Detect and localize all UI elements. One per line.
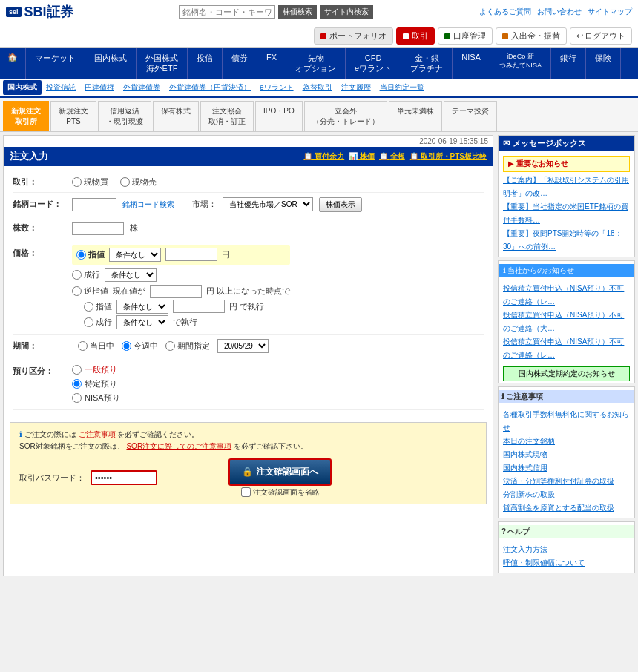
- notice-link2[interactable]: SOR注文に際してのご注意事項: [126, 442, 231, 450]
- chumon-link-0[interactable]: 各種取引手数料無料化に関するお知らせ: [503, 408, 630, 435]
- nav-ideco[interactable]: iDeCo 新 つみたてNISA: [490, 48, 551, 79]
- torihiki-button[interactable]: 取引: [396, 27, 435, 45]
- gyaku-shisuu-inner-label[interactable]: 指値: [84, 301, 112, 312]
- chumon-link-4[interactable]: 決済・分別等権利付付証券の取扱: [503, 475, 630, 488]
- portfolio-button[interactable]: ポートフォリオ: [314, 27, 393, 45]
- tosha-2[interactable]: 投信積立買付申込（NISA預り）不可のご連絡（レ…: [503, 335, 630, 362]
- order-nav-theme[interactable]: テーマ投資: [444, 101, 497, 131]
- subnav-ensai[interactable]: 円建債権: [80, 80, 119, 95]
- kikan-toujitsu[interactable]: 当日中: [78, 340, 114, 352]
- brand-code-search-link[interactable]: 銘柄コード検索: [122, 200, 174, 210]
- gyaku-nariyuki-condition[interactable]: 条件なし: [116, 315, 168, 329]
- contact-link[interactable]: お問い合わせ: [537, 7, 582, 17]
- gyaku-nariyuki-inner-radio[interactable]: [84, 317, 93, 327]
- order-nav-new-torihiki[interactable]: 新規注文取引所: [3, 101, 49, 131]
- nav-cfd[interactable]: CFDeワラント: [346, 48, 401, 79]
- search-button[interactable]: 株価検索: [278, 5, 317, 19]
- password-input[interactable]: [91, 470, 157, 485]
- nav-home[interactable]: 🏠: [0, 48, 26, 79]
- azukari-nisa-radio[interactable]: [72, 393, 82, 403]
- notice-2[interactable]: 【重要】夜間PTS開始時等の「18：30」への前例…: [503, 227, 630, 254]
- kikan-date-select[interactable]: 20/05/29: [217, 339, 269, 353]
- order-nav-inquiry[interactable]: 注文照会取消・訂正: [200, 101, 254, 131]
- kikan-konshu[interactable]: 今週中: [122, 340, 158, 352]
- subnav-yakujo[interactable]: 当日約定一覧: [375, 80, 429, 95]
- skip-checkbox[interactable]: [241, 487, 251, 497]
- nav-sakimono[interactable]: 先物オプション: [286, 48, 346, 79]
- nav-gold[interactable]: 金・銀プラチナ: [401, 48, 453, 79]
- kikan-kikan-radio[interactable]: [165, 341, 175, 351]
- shisuu-condition-select[interactable]: 条件なし: [109, 248, 161, 262]
- nav-saiken[interactable]: 債券: [223, 48, 257, 79]
- chumon-link-5[interactable]: 分割新株の取扱: [503, 488, 630, 501]
- nav-market[interactable]: マーケット: [26, 48, 85, 79]
- order-nav-ipo[interactable]: IPO・PO: [255, 101, 303, 131]
- gyaku-shisuu-condition[interactable]: 条件なし: [116, 300, 168, 314]
- subnav-kawase[interactable]: 為替取引: [298, 80, 337, 95]
- gyaku-nariyuki-inner-label[interactable]: 成行: [84, 317, 112, 328]
- skip-label[interactable]: 注文確認画面を省略: [241, 487, 320, 498]
- sitemap-link[interactable]: サイトマップ: [588, 7, 632, 17]
- notice-1[interactable]: 【重要】当社指定の米国ETF銘柄の買付手数料…: [503, 200, 630, 227]
- hikaku-link[interactable]: 📋 取引所・PTS板比較: [410, 151, 487, 162]
- shisuu-value-input[interactable]: 870: [165, 248, 217, 261]
- tosha-0[interactable]: 投信積立買付申込（NISA預り）不可のご連絡（レ…: [503, 282, 630, 309]
- confirm-button[interactable]: 🔒 注文確認画面へ: [228, 458, 332, 486]
- order-nav-tanmachi[interactable]: 単元未満株: [389, 101, 442, 131]
- zenban-link[interactable]: 📋 全板: [379, 151, 405, 162]
- torihiki-genbutsuurii[interactable]: 現物売: [120, 177, 157, 188]
- order-nav-new-pts[interactable]: 新規注文PTS: [50, 101, 96, 131]
- kabuka-btn[interactable]: 株価表示: [319, 197, 362, 212]
- gyaku-value-input[interactable]: [150, 285, 202, 298]
- nyushutsu-button[interactable]: 入出金・振替: [496, 27, 567, 45]
- help-link-0[interactable]: 注文入力方法: [503, 543, 630, 556]
- kikan-konshu-radio[interactable]: [122, 341, 131, 351]
- price-gyaku-radio[interactable]: [72, 286, 82, 296]
- brand-code-input[interactable]: 6752: [72, 198, 116, 211]
- chumon-link-1[interactable]: 本日の注文銘柄: [503, 435, 630, 448]
- azukari-ippan[interactable]: 一般預り: [72, 364, 120, 375]
- azukari-nisa[interactable]: NISA預り: [72, 392, 120, 403]
- kikan-kikan[interactable]: 期間指定: [165, 340, 210, 352]
- market-select[interactable]: 当社優先市場／SOR: [223, 197, 313, 211]
- nav-foreign[interactable]: 外国株式海外ETF: [137, 48, 188, 79]
- kozakanri-button[interactable]: 口座管理: [438, 27, 493, 45]
- stocks-input[interactable]: 500: [72, 222, 124, 235]
- nav-bank[interactable]: 銀行: [551, 48, 586, 79]
- notice-link1[interactable]: ご注意事項: [79, 430, 116, 438]
- nav-insurance[interactable]: 保険: [586, 48, 621, 79]
- search-input[interactable]: [179, 5, 275, 19]
- kokusai-notice-btn[interactable]: 国内株式定期約定のお知らせ: [503, 366, 630, 381]
- subnav-gaika-en[interactable]: 外貨建債券（円貨決済）: [165, 80, 255, 95]
- subnav-ewarrant[interactable]: eワラント: [255, 80, 298, 95]
- torihiki-genbutsugai[interactable]: 現物買: [72, 177, 108, 188]
- notice-0[interactable]: 【ご案内】「私設取引システムの引用明者」の改…: [503, 174, 630, 200]
- subnav-toshin[interactable]: 投資信託: [42, 80, 80, 95]
- chumon-link-2[interactable]: 国内株式現物: [503, 448, 630, 461]
- order-nav-credit[interactable]: 信用返済・現引現渡: [98, 101, 151, 131]
- price-gyaku-label[interactable]: 逆指値: [72, 286, 108, 297]
- order-nav-tachiai[interactable]: 立会外（分売・トレード）: [304, 101, 387, 131]
- price-shisuu-label[interactable]: 指値: [76, 249, 105, 260]
- torihiki-genbutsuurii-radio[interactable]: [120, 177, 130, 187]
- subnav-order-history[interactable]: 注文履歴: [337, 80, 375, 95]
- gyaku-shisuu-value[interactable]: [173, 300, 225, 313]
- torihiki-genbutsugai-radio[interactable]: [72, 177, 82, 187]
- order-nav-stocks[interactable]: 保有株式: [153, 101, 199, 131]
- nav-domestic[interactable]: 国内株式: [85, 48, 137, 79]
- azukari-tokutei[interactable]: 特定預り: [72, 378, 120, 389]
- subnav-gaika[interactable]: 外貨建債券: [119, 80, 165, 95]
- kabuka-link[interactable]: 📊 株価: [349, 151, 375, 162]
- price-nariyuki-radio[interactable]: [72, 270, 82, 280]
- chumon-link-3[interactable]: 国内株式信用: [503, 461, 630, 475]
- nariyuki-condition-select[interactable]: 条件なし: [105, 268, 157, 282]
- logout-button[interactable]: ↩ ログアウト: [570, 27, 632, 45]
- nav-toshin[interactable]: 投信: [188, 48, 223, 79]
- azukari-tokutei-radio[interactable]: [72, 379, 82, 389]
- price-shisuu-radio[interactable]: [76, 250, 86, 260]
- subnav-domestic[interactable]: 国内株式: [3, 80, 42, 95]
- gyaku-shisuu-inner-radio[interactable]: [84, 302, 93, 312]
- chumon-link-6[interactable]: 貸高割金を原資とする配当の取扱: [503, 501, 630, 515]
- nav-nisa[interactable]: NISA: [453, 48, 490, 79]
- kaifu-link[interactable]: 📋 買付余力: [303, 151, 344, 162]
